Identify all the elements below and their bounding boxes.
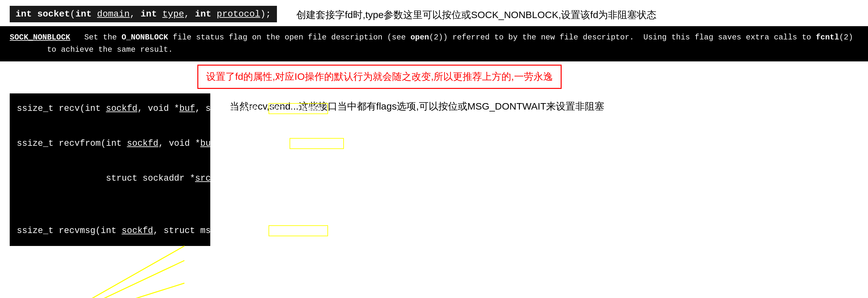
func-name: socket <box>37 9 70 19</box>
recv-code-block: ssize_t recv(int sockfd, void *buf, size… <box>10 93 210 246</box>
src-addr: src_addr <box>195 173 237 183</box>
k2: int <box>141 9 157 19</box>
recvmsg-msg: msg <box>242 226 258 236</box>
domain: domain <box>97 9 130 19</box>
type: type <box>162 9 184 19</box>
open-bold: open <box>410 33 429 42</box>
socket-signature: int socket(int domain, int type, int pro… <box>10 6 277 22</box>
red-box: 设置了fd的属性,对应IO操作的默认行为就会随之改变,所以更推荐上方的,一劳永逸 <box>197 65 562 89</box>
protocol: protocol <box>217 9 260 19</box>
params: ( <box>70 9 75 19</box>
svg-line-2 <box>45 283 184 298</box>
red-annotation-text: 设置了fd的属性,对应IO操作的默认行为就会随之改变,所以更推荐上方的,一劳永逸 <box>206 71 553 82</box>
svg-line-0 <box>42 246 184 298</box>
recvfrom-flags-hl: int flags, <box>289 138 344 149</box>
chinese-desc-top: 创建套接字fd时,type参数这里可以按位或SOCK_NONBLOCK,设置该f… <box>296 6 657 22</box>
red-annotation-wrapper: 设置了fd的属性,对应IO操作的默认行为就会随之改变,所以更推荐上方的,一劳永逸 <box>0 61 868 89</box>
recvfrom-line1: ssize_t recvfrom(int sockfd, void *buf, … <box>17 135 203 152</box>
recv-line1: ssize_t recv(int sockfd, void *buf, size… <box>17 100 203 117</box>
arrows-svg <box>10 243 236 298</box>
fcntl-bold: fcntl <box>816 33 839 42</box>
arrows-area <box>0 243 868 298</box>
o-nonblock-bold: O_NONBLOCK <box>122 33 168 42</box>
sock-nonblock-man-page: SOCK_NONBLOCK Set the O_NONBLOCK file st… <box>0 26 868 61</box>
recv-buf: buf <box>179 104 195 113</box>
page-wrapper: int socket(int domain, int type, int pro… <box>0 0 868 298</box>
k1: int <box>75 9 92 19</box>
recv-flags-hl: int flags); <box>269 103 328 114</box>
recvmsg-sockfd: sockfd <box>122 226 153 236</box>
recvfrom-line2: struct sockaddr *src_addr, socklen_t *ad… <box>17 170 203 187</box>
svg-line-1 <box>44 261 184 298</box>
recvfrom-len: len <box>264 139 279 148</box>
recv-sockfd: sockfd <box>106 104 137 113</box>
top-section: int socket(int domain, int type, int pro… <box>0 0 868 26</box>
recvfrom-buf: buf <box>200 139 216 148</box>
sock-nonblock-term: SOCK_NONBLOCK <box>10 33 70 42</box>
man-line2: to achieve the same result. <box>10 45 173 54</box>
addrlen: addrlen <box>305 173 342 183</box>
recvfrom-sockfd: sockfd <box>127 139 158 148</box>
recvmsg-line: ssize_t recvmsg(int sockfd, struct msghd… <box>17 222 203 239</box>
code-and-desc-section: ssize_t recv(int sockfd, void *buf, size… <box>0 89 868 246</box>
k3: int <box>195 9 211 19</box>
recvmsg-flags-hl: int flags); <box>269 225 328 236</box>
int-keyword: int <box>16 9 32 19</box>
recv-len: len <box>242 104 258 113</box>
